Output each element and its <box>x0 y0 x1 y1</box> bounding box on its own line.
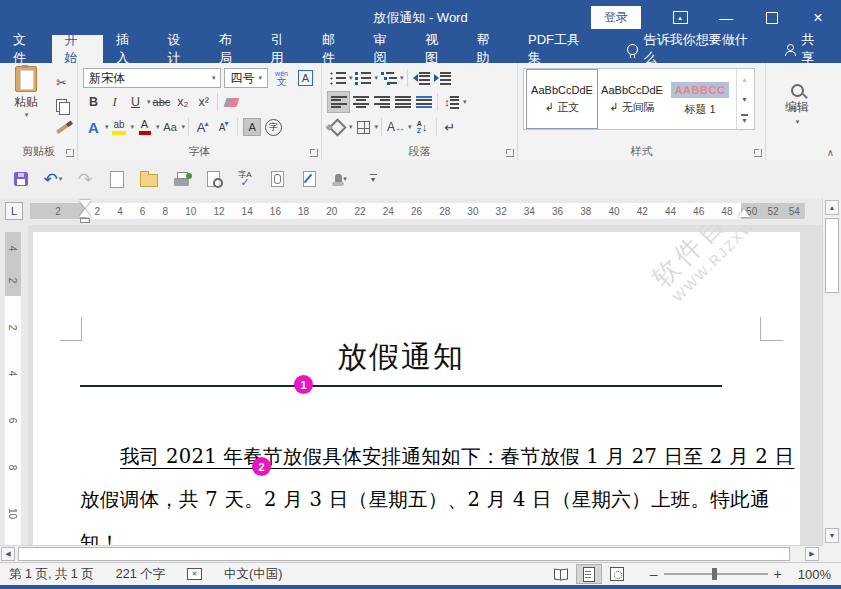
undo-button[interactable]: ↶▾ <box>40 167 66 191</box>
bold-button[interactable]: B <box>83 92 104 112</box>
print-layout-button[interactable] <box>576 564 602 584</box>
shrink-font-button[interactable]: A▾ <box>213 117 234 137</box>
tab-审阅[interactable]: 审阅 <box>361 35 413 63</box>
vertical-scrollbar[interactable]: ▲ ▼ <box>822 198 841 545</box>
scroll-down-button[interactable]: ▼ <box>825 528 839 543</box>
vertical-scroll-thumb[interactable] <box>825 218 839 293</box>
format-painter-button[interactable] <box>51 119 72 139</box>
paste-button[interactable]: 粘贴 ▾ <box>5 66 47 145</box>
align-center-button[interactable] <box>350 92 371 112</box>
gallery-down-button[interactable]: ▼ <box>737 89 752 109</box>
multilevel-list-button[interactable] <box>378 68 399 88</box>
zoom-level[interactable]: 100% <box>798 567 831 582</box>
distribute-button[interactable] <box>413 92 434 112</box>
web-layout-button[interactable] <box>604 564 630 584</box>
highlight-color-button[interactable]: ab <box>109 117 130 137</box>
sort-button[interactable]: AZ↓ <box>412 117 433 137</box>
proofing-icon[interactable]: ✕ <box>187 568 202 580</box>
copy-button[interactable] <box>51 96 72 116</box>
horizontal-scroll-thumb[interactable] <box>18 547 790 561</box>
style-normal[interactable]: AaBbCcDdE ↲ 正文 <box>527 70 597 128</box>
style-heading-1[interactable]: AABBCC 标题 1 <box>667 72 733 126</box>
scroll-left-button[interactable]: ◀ <box>1 547 15 561</box>
right-indent-marker[interactable] <box>738 209 750 217</box>
close-button[interactable]: × <box>795 0 841 35</box>
tab-插入[interactable]: 插入 <box>103 35 155 63</box>
clipboard-dialog-launcher[interactable] <box>66 149 74 157</box>
body-line-1[interactable]: 我司 2021 年春节放假具体安排通知如下：春节放假 1 月 27 日至 2 月… <box>120 443 794 470</box>
tab-开始[interactable]: 开始 <box>52 35 104 63</box>
cut-button[interactable]: ✂ <box>51 73 72 93</box>
decrease-indent-button[interactable] <box>411 68 432 88</box>
collapse-ribbon-button[interactable]: ∧ <box>827 147 834 158</box>
page-indicator[interactable]: 第 1 页, 共 1 页 <box>9 566 94 583</box>
font-size-select[interactable]: 四号▾ <box>224 68 268 88</box>
tab-邮件[interactable]: 邮件 <box>309 35 361 63</box>
font-dialog-launcher[interactable] <box>310 149 318 157</box>
zoom-in-button[interactable]: + <box>768 566 788 582</box>
quick-edit-button[interactable] <box>296 167 322 191</box>
gallery-more-button[interactable]: ▼ <box>737 109 752 129</box>
zoom-slider[interactable] <box>664 573 768 575</box>
word-count[interactable]: 221 个字 <box>116 566 165 583</box>
first-line-indent-marker[interactable] <box>79 200 91 208</box>
grow-font-button[interactable]: A▴ <box>192 117 213 137</box>
paragraph-dialog-launcher[interactable] <box>506 149 514 157</box>
shading-button[interactable] <box>327 117 348 137</box>
redo-button[interactable]: ↷ <box>72 167 98 191</box>
customize-qat-button[interactable]: ▾ <box>360 167 386 191</box>
subscript-button[interactable]: x₂ <box>172 92 193 112</box>
underline-button[interactable]: U <box>125 92 146 112</box>
justify-button[interactable] <box>392 92 413 112</box>
tell-me-box[interactable]: 告诉我你想要做什么 <box>615 35 772 63</box>
save-button[interactable] <box>8 167 34 191</box>
horizontal-scrollbar[interactable]: ◀ ▶ <box>0 545 822 562</box>
superscript-button[interactable]: x² <box>193 92 214 112</box>
maximize-button[interactable] <box>749 0 795 35</box>
tab-引用[interactable]: 引用 <box>258 35 310 63</box>
tab-帮助[interactable]: 帮助 <box>464 35 516 63</box>
italic-button[interactable]: I <box>104 92 125 112</box>
tab-文件[interactable]: 文件 <box>0 35 52 63</box>
touch-mode-button[interactable]: ▾ <box>328 167 354 191</box>
line-spacing-button[interactable]: ↕ <box>441 92 462 112</box>
align-right-button[interactable] <box>371 92 392 112</box>
text-effects-button[interactable]: A <box>83 117 104 137</box>
zoom-out-button[interactable]: – <box>644 566 664 582</box>
enclose-characters-button[interactable]: 字 <box>263 117 284 137</box>
bullets-button[interactable] <box>327 68 348 88</box>
hanging-indent-marker[interactable] <box>79 209 91 217</box>
scroll-right-button[interactable]: ▶ <box>805 547 819 561</box>
font-name-select[interactable]: 新宋体▾ <box>83 68 221 88</box>
asian-layout-button[interactable]: A↔ <box>385 117 407 137</box>
tab-selector[interactable]: L <box>5 202 23 220</box>
style-no-spacing[interactable]: AaBbCcDdE ↲ 无间隔 <box>599 72 665 126</box>
character-border-button[interactable]: A <box>295 68 316 88</box>
minimize-button[interactable]: — <box>703 0 749 35</box>
font-color-button[interactable]: A <box>134 117 155 137</box>
spelling-button[interactable]: 字A✓ <box>232 167 258 191</box>
tab-设计[interactable]: 设计 <box>155 35 207 63</box>
quick-print-button[interactable] <box>168 167 194 191</box>
show-marks-button[interactable]: ↵ <box>440 117 461 137</box>
document-title[interactable]: 放假通知 <box>80 337 722 378</box>
login-button[interactable]: 登录 <box>591 6 641 29</box>
numbering-button[interactable] <box>353 68 374 88</box>
character-shading-button[interactable]: A <box>241 117 263 137</box>
share-button[interactable]: 共享 <box>771 35 841 63</box>
new-document-button[interactable] <box>104 167 130 191</box>
print-preview-button[interactable] <box>200 167 226 191</box>
strikethrough-button[interactable]: abc <box>151 92 173 112</box>
tab-PDF工具集[interactable]: PDF工具集 <box>515 35 605 63</box>
ribbon-display-options-button[interactable]: ▴ <box>657 0 703 35</box>
body-line-3[interactable]: 知！ <box>80 529 120 545</box>
tab-视图[interactable]: 视图 <box>412 35 464 63</box>
tab-布局[interactable]: 布局 <box>206 35 258 63</box>
gallery-up-button[interactable]: ▲ <box>737 69 752 89</box>
language-indicator[interactable]: 中文(中国) <box>224 566 282 583</box>
increase-indent-button[interactable] <box>432 68 453 88</box>
borders-button[interactable] <box>353 117 374 137</box>
attachment-button[interactable] <box>264 167 290 191</box>
editing-button[interactable]: 编辑 ▾ <box>771 66 823 144</box>
styles-dialog-launcher[interactable] <box>754 149 762 157</box>
